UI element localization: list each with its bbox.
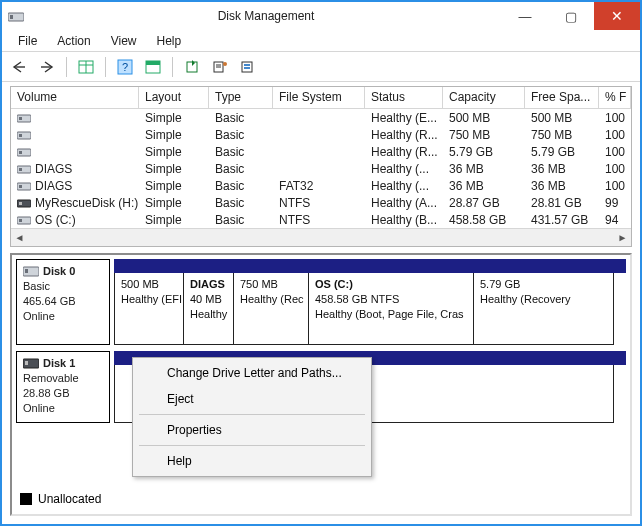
- cell-layout: Simple: [139, 194, 209, 211]
- menu-view[interactable]: View: [103, 32, 145, 50]
- volume-list-body: SimpleBasicHealthy (E...500 MB500 MB100S…: [11, 109, 631, 228]
- window-controls: — ▢ ✕: [502, 2, 640, 30]
- table-row[interactable]: SimpleBasicHealthy (R...5.79 GB5.79 GB10…: [11, 143, 631, 160]
- properties-icon: [240, 60, 256, 74]
- view-top-button[interactable]: [142, 56, 164, 78]
- svg-rect-34: [25, 269, 28, 273]
- back-button[interactable]: [8, 56, 30, 78]
- partition-size: 750 MB: [240, 277, 302, 292]
- cell-freespace: 750 MB: [525, 126, 599, 143]
- column-header-type[interactable]: Type: [209, 87, 273, 109]
- cell-volume: DIAGS: [11, 160, 139, 177]
- column-header-status[interactable]: Status: [365, 87, 443, 109]
- scroll-right-icon[interactable]: ►: [614, 230, 631, 246]
- minimize-button[interactable]: —: [502, 2, 548, 30]
- actions-button[interactable]: [209, 56, 231, 78]
- table-row[interactable]: MyRescueDisk (H:)SimpleBasicNTFSHealthy …: [11, 194, 631, 211]
- cell-freespace: 36 MB: [525, 160, 599, 177]
- column-header-freespace[interactable]: Free Spa...: [525, 87, 599, 109]
- scroll-left-icon[interactable]: ◄: [11, 230, 28, 246]
- disk-header[interactable]: Disk 0Basic465.64 GBOnline: [16, 259, 110, 345]
- cell-status: Healthy (...: [365, 160, 443, 177]
- svg-rect-24: [19, 151, 22, 154]
- menu-action[interactable]: Action: [49, 32, 98, 50]
- ctx-properties[interactable]: Properties: [135, 417, 369, 443]
- drive-icon: [17, 113, 31, 123]
- column-header-layout[interactable]: Layout: [139, 87, 209, 109]
- context-menu: Change Drive Letter and Paths... Eject P…: [132, 357, 372, 477]
- cell-type: Basic: [209, 177, 273, 194]
- svg-rect-28: [19, 185, 22, 188]
- toolbar-separator: [66, 57, 67, 77]
- partition-size: 40 MB: [190, 292, 227, 307]
- drive-icon: [17, 147, 31, 157]
- cell-status: Healthy (R...: [365, 143, 443, 160]
- cell-freespace: 431.57 GB: [525, 211, 599, 228]
- horizontal-scrollbar[interactable]: ◄ ►: [11, 228, 631, 246]
- cell-filesystem: [273, 109, 365, 126]
- view-settings-button[interactable]: [75, 56, 97, 78]
- table-row[interactable]: SimpleBasicHealthy (E...500 MB500 MB100: [11, 109, 631, 126]
- properties-button[interactable]: [237, 56, 259, 78]
- arrow-right-icon: [39, 61, 55, 73]
- ctx-eject[interactable]: Eject: [135, 386, 369, 412]
- table-row[interactable]: SimpleBasicHealthy (R...750 MB750 MB100: [11, 126, 631, 143]
- window-title: Disk Management: [30, 2, 502, 30]
- menu-file[interactable]: File: [10, 32, 45, 50]
- column-header-pctfree[interactable]: % F: [599, 87, 631, 109]
- arrow-left-icon: [11, 61, 27, 73]
- cell-pctfree: 100: [599, 177, 631, 194]
- disk-label: Disk 1: [43, 356, 75, 371]
- disk-state: Online: [23, 401, 103, 416]
- disk-header[interactable]: Disk 1Removable28.88 GBOnline: [16, 351, 110, 423]
- partition-name: OS (C:): [315, 277, 467, 292]
- cell-capacity: 458.58 GB: [443, 211, 525, 228]
- partition-status: Healthy (Rec: [240, 292, 302, 307]
- table-row[interactable]: OS (C:)SimpleBasicNTFSHealthy (B...458.5…: [11, 211, 631, 228]
- cell-status: Healthy (R...: [365, 126, 443, 143]
- table-row[interactable]: DIAGSSimpleBasicHealthy (...36 MB36 MB10…: [11, 160, 631, 177]
- cell-capacity: 750 MB: [443, 126, 525, 143]
- column-header-capacity[interactable]: Capacity: [443, 87, 525, 109]
- cell-type: Basic: [209, 126, 273, 143]
- column-header-volume[interactable]: Volume: [11, 87, 139, 109]
- help-icon: ?: [117, 59, 133, 75]
- disk-row: Disk 0Basic465.64 GBOnline500 MBHealthy …: [16, 259, 626, 345]
- window-frame: Disk Management — ▢ ✕ File Action View H…: [0, 0, 642, 526]
- column-header-filesystem[interactable]: File System: [273, 87, 365, 109]
- refresh-icon: [184, 60, 200, 74]
- app-icon: [2, 2, 30, 30]
- svg-rect-1: [10, 15, 13, 19]
- cell-filesystem: FAT32: [273, 177, 365, 194]
- maximize-button[interactable]: ▢: [548, 2, 594, 30]
- partition-row: 500 MBHealthy (EFIDIAGS40 MBHealthy750 M…: [114, 259, 626, 345]
- partition-size: 458.58 GB NTFS: [315, 292, 467, 307]
- cell-status: Healthy (B...: [365, 211, 443, 228]
- volume-list[interactable]: Volume Layout Type File System Status Ca…: [10, 86, 632, 247]
- partition[interactable]: OS (C:)458.58 GB NTFSHealthy (Boot, Page…: [309, 273, 474, 345]
- cell-capacity: 28.87 GB: [443, 194, 525, 211]
- close-button[interactable]: ✕: [594, 2, 640, 30]
- titlebar: Disk Management — ▢ ✕: [2, 2, 640, 30]
- ctx-change-drive-letter[interactable]: Change Drive Letter and Paths...: [135, 360, 369, 386]
- layout-top-icon: [145, 60, 161, 74]
- menu-help[interactable]: Help: [149, 32, 190, 50]
- drive-icon: [17, 164, 31, 174]
- partition[interactable]: DIAGS40 MBHealthy: [184, 273, 234, 345]
- table-row[interactable]: DIAGSSimpleBasicFAT32Healthy (...36 MB36…: [11, 177, 631, 194]
- toolbar-separator: [105, 57, 106, 77]
- svg-rect-18: [244, 67, 250, 69]
- cell-status: Healthy (E...: [365, 109, 443, 126]
- partition[interactable]: 750 MBHealthy (Rec: [234, 273, 309, 345]
- partition[interactable]: 5.79 GBHealthy (Recovery: [474, 273, 614, 345]
- refresh-button[interactable]: [181, 56, 203, 78]
- cell-capacity: 36 MB: [443, 177, 525, 194]
- cell-freespace: 5.79 GB: [525, 143, 599, 160]
- forward-button[interactable]: [36, 56, 58, 78]
- partition[interactable]: 500 MBHealthy (EFI: [114, 273, 184, 345]
- cell-status: Healthy (...: [365, 177, 443, 194]
- svg-rect-10: [146, 61, 160, 65]
- help-button[interactable]: ?: [114, 56, 136, 78]
- toolbar-separator: [172, 57, 173, 77]
- ctx-help[interactable]: Help: [135, 448, 369, 474]
